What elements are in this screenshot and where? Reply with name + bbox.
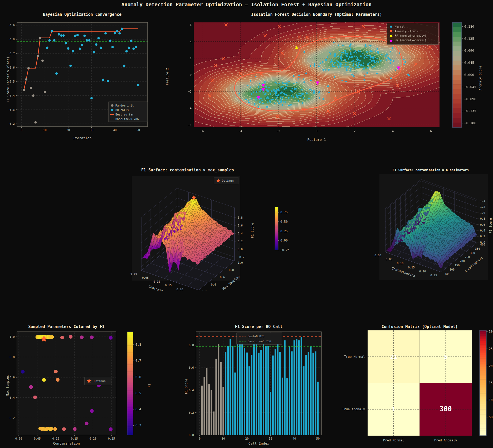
tick-label: 0.2 bbox=[9, 122, 15, 126]
bar bbox=[201, 386, 203, 435]
legend: Best=0.875Baseline=0.786 bbox=[237, 333, 282, 344]
legend: Optimum bbox=[84, 377, 111, 385]
tick-label: 0.10 bbox=[154, 280, 160, 283]
tick-label: 0 bbox=[21, 128, 22, 132]
confusion-plot: 2151300True NormalTrue AnomalyPred Norma… bbox=[340, 322, 493, 448]
param-point bbox=[90, 409, 94, 413]
bar bbox=[246, 353, 248, 435]
tick-label: 0 bbox=[316, 129, 318, 133]
tick-label: 100 bbox=[489, 398, 493, 402]
tick-label: 1.0 bbox=[9, 335, 15, 339]
bo-call-point bbox=[46, 47, 48, 49]
colorbar: 0.1800.1350.0900.0450.000−0.045−0.090−0.… bbox=[452, 22, 476, 128]
tick-label: 0.25 bbox=[430, 274, 437, 277]
bo-call-point bbox=[74, 35, 76, 37]
bo-call-point bbox=[51, 30, 53, 32]
legend: Random initBO callsBest so farBaseline=0… bbox=[109, 102, 148, 122]
bo-call-point bbox=[125, 50, 128, 52]
tick-label: 0.6 bbox=[238, 224, 243, 227]
fn-marker bbox=[261, 84, 265, 87]
tick-label: 2 bbox=[190, 57, 192, 60]
tick-label: FP (normal→anomaly) bbox=[395, 34, 426, 37]
anomaly-x-marker bbox=[353, 112, 356, 115]
bar bbox=[270, 392, 271, 435]
bar bbox=[305, 355, 307, 435]
random-init-point bbox=[41, 60, 44, 62]
bo-call-point bbox=[76, 34, 79, 36]
tick-label: Baseline=0.786 bbox=[115, 117, 139, 121]
bar bbox=[234, 373, 236, 435]
bo-call-point bbox=[107, 80, 109, 82]
tick-label: 0.8 bbox=[229, 268, 234, 272]
bar bbox=[279, 352, 281, 435]
bar bbox=[220, 362, 222, 435]
bar bbox=[248, 366, 250, 435]
anomaly-x-marker bbox=[278, 25, 281, 28]
bar bbox=[263, 342, 264, 435]
bo-call-point bbox=[72, 50, 74, 52]
param-point bbox=[62, 427, 66, 431]
tick-label: 0.2 bbox=[189, 411, 194, 415]
tick-label: 50 bbox=[136, 128, 140, 132]
bar bbox=[303, 366, 305, 435]
bar bbox=[258, 353, 260, 435]
tick-label: 0.50 bbox=[280, 220, 288, 224]
bar bbox=[206, 368, 208, 435]
tick-label: 0.15 bbox=[408, 266, 415, 269]
surface2-plot: 0.000.050.100.150.200.255010015020025030… bbox=[368, 165, 493, 291]
panel-bo-calls: F1 Score per BO Call Call Index F1 Score… bbox=[181, 322, 330, 448]
bo-call-point bbox=[81, 44, 84, 46]
param-point bbox=[21, 370, 25, 374]
bo-call-point bbox=[97, 37, 100, 39]
param-point bbox=[56, 378, 60, 382]
bar bbox=[267, 346, 269, 435]
bar bbox=[272, 355, 274, 435]
anomaly-x-marker bbox=[222, 57, 225, 60]
bocalls-plot: 010203040500.00.20.40.60.8Best=0.875Base… bbox=[181, 322, 330, 448]
tick-label: Normal bbox=[395, 25, 405, 28]
bo-call-point bbox=[65, 42, 67, 45]
anomaly-x-marker bbox=[214, 64, 217, 67]
fn-marker bbox=[261, 88, 265, 91]
tick-label: 4 bbox=[392, 129, 394, 133]
tick-label: 0.180 bbox=[464, 25, 474, 28]
tick-label: 0.3 bbox=[9, 108, 15, 112]
random-init-point bbox=[32, 94, 35, 97]
tick-label: Baseline=0.786 bbox=[248, 340, 271, 343]
tick-label: 0.05 bbox=[142, 276, 149, 279]
tick-label: 0.15 bbox=[165, 284, 172, 287]
random-init-point bbox=[23, 89, 25, 91]
tick-label: 0.0 bbox=[238, 248, 243, 251]
panel-sampled: Sampled Parameters Colored by F1 Contami… bbox=[5, 322, 169, 448]
bo-call-point bbox=[58, 33, 60, 36]
tick-label: 0 bbox=[199, 437, 201, 440]
tick-label: −0.180 bbox=[464, 121, 476, 125]
bo-call-point bbox=[69, 65, 72, 67]
bo-call-point bbox=[86, 39, 88, 42]
tick-label: Best=0.875 bbox=[248, 335, 264, 338]
tick-label: 0.00 bbox=[280, 239, 288, 242]
bar bbox=[301, 337, 302, 435]
bar bbox=[284, 340, 286, 435]
matrix-value: 21 bbox=[390, 354, 397, 360]
bar bbox=[286, 378, 288, 435]
tick-label: 0.6 bbox=[135, 375, 141, 379]
param-point bbox=[109, 427, 113, 431]
tick-label: 0.090 bbox=[464, 49, 474, 52]
bar bbox=[298, 340, 300, 435]
tick-label: 0.4 bbox=[9, 94, 15, 98]
tick-label: 0.15 bbox=[71, 437, 78, 440]
tick-label: 10 bbox=[222, 437, 225, 440]
tick-label: True Anomaly bbox=[342, 407, 365, 411]
bar bbox=[277, 344, 279, 435]
anomaly-x-marker bbox=[326, 110, 329, 113]
tick-label: 1.0 bbox=[238, 261, 243, 264]
tick-label: 0.7 bbox=[9, 52, 15, 55]
random-init-point bbox=[44, 91, 46, 93]
bo-call-point bbox=[95, 43, 97, 46]
tick-label: 0.6 bbox=[9, 376, 15, 379]
tick-label: 30 bbox=[90, 128, 93, 132]
tick-label: 0.9 bbox=[9, 24, 15, 27]
tick-label: 250 bbox=[489, 347, 493, 351]
tick-label: 300 bbox=[470, 251, 475, 254]
